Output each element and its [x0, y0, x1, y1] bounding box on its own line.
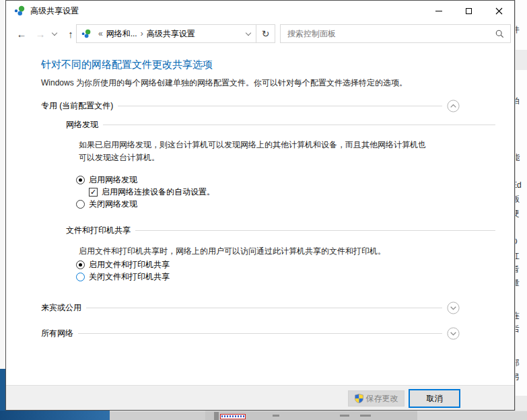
- chevron-down-icon: [246, 30, 251, 35]
- radio-unselected-icon[interactable]: [76, 273, 85, 281]
- save-changes-button[interactable]: 保存更改: [348, 390, 405, 407]
- clipped-text-fragment: 后: [516, 324, 520, 335]
- background-toolbar-fragment: [516, 50, 527, 70]
- minimize-button[interactable]: [423, 1, 454, 21]
- background-window-fragment: [417, 411, 527, 420]
- radio-label[interactable]: 关闭网络发现: [89, 199, 137, 210]
- text-fragment: [340, 415, 349, 417]
- back-button[interactable]: ←: [13, 21, 30, 46]
- background-window-fragment: [214, 412, 219, 420]
- collapse-private-section-button[interactable]: [447, 100, 460, 112]
- clipped-text-fragment: 红: [516, 250, 520, 262]
- section-all-networks-header: 所有网络: [41, 326, 460, 340]
- clipped-text-fragment: 硬: [516, 208, 520, 219]
- divider: [78, 333, 442, 334]
- forward-button[interactable]: →: [32, 21, 49, 46]
- network-discovery-description: 如果已启用网络发现，则这台计算机可以发现网络上的其他计算机和设备，而且其他网络计…: [79, 139, 426, 164]
- radio-enable-file-printer-sharing[interactable]: 启用文件和打印机共享: [76, 260, 170, 270]
- search-box: [280, 24, 511, 43]
- subsection-network-discovery-header: 网络发现: [66, 119, 500, 130]
- search-input[interactable]: [281, 29, 495, 38]
- chevron-down-circle-icon: [447, 302, 460, 314]
- radio-label[interactable]: 关闭文件和打印机共享: [89, 271, 170, 283]
- background-desktop-sliver-left: [0, 0, 5, 420]
- breadcrumb-parent[interactable]: 网络和...: [106, 28, 137, 40]
- minimize-icon: [435, 11, 442, 11]
- divider: [118, 106, 442, 106]
- checkbox-checked-icon[interactable]: ✓: [89, 188, 98, 197]
- clipped-text-fragment: 件: [516, 24, 520, 36]
- address-dropdown-button[interactable]: [241, 25, 256, 42]
- expand-guest-public-section-button[interactable]: [447, 302, 460, 314]
- description-line: 如果已启用网络发现，则这台计算机可以发现网络上的其他计算机和设备，而且其他网络计…: [79, 139, 426, 151]
- radio-enable-network-discovery[interactable]: 启用网络发现: [76, 175, 137, 185]
- clipped-text-fragment: 拍: [516, 96, 520, 107]
- divider: [103, 125, 495, 125]
- radio-label[interactable]: 启用文件和打印机共享: [89, 259, 170, 271]
- network-location-icon: [81, 29, 91, 38]
- chevron-down-icon: [52, 30, 57, 35]
- network-app-icon: [14, 5, 25, 16]
- close-icon: [495, 7, 503, 15]
- radio-selected-icon[interactable]: [76, 176, 85, 184]
- page-title: 针对不同的网络配置文件更改共享选项: [41, 59, 213, 71]
- titlebar[interactable]: 高级共享设置: [6, 1, 514, 21]
- clipped-text-fragment: 能: [516, 152, 520, 164]
- description-line: 可以发现这台计算机。: [79, 151, 426, 164]
- highlighted-cell-fragment: [220, 414, 246, 419]
- desktop-wallpaper-fragment: [0, 411, 110, 420]
- clipped-text-fragment: 版: [516, 194, 520, 205]
- text-fragment: [273, 415, 279, 417]
- uac-shield-icon: [355, 394, 363, 403]
- clipped-text-fragment: 部: [516, 357, 520, 369]
- advanced-sharing-settings-window: 高级共享设置 ← → ↑ « 网络和... ›: [5, 0, 515, 411]
- breadcrumb-separator: ›: [141, 29, 143, 38]
- expand-all-networks-section-button[interactable]: [447, 327, 460, 340]
- breadcrumb-overflow-chevrons[interactable]: «: [98, 29, 103, 38]
- radio-disable-file-printer-sharing[interactable]: 关闭文件和打印机共享: [76, 272, 170, 282]
- maximize-button[interactable]: [454, 1, 484, 21]
- clipped-text-fragment: 连: [516, 310, 520, 322]
- clipped-text-fragment: Ed: [516, 180, 522, 190]
- save-changes-label: 保存更改: [366, 393, 398, 405]
- window-title: 高级共享设置: [30, 5, 79, 17]
- cancel-button[interactable]: 取消: [409, 389, 460, 408]
- section-private-header: 专用 (当前配置文件): [41, 99, 460, 112]
- page-description: Windows 为你所使用的每个网络创建单独的网络配置文件。你可以针对每个配置文…: [41, 77, 407, 89]
- address-bar[interactable]: « 网络和... › 高级共享设置 ↻: [76, 24, 275, 43]
- clipped-text-fragment: 另: [516, 372, 520, 383]
- window-controls: [423, 1, 514, 21]
- clipped-text-fragment: 看: [516, 264, 520, 275]
- subsection-file-printer-sharing-header: 文件和打印机共享: [66, 225, 500, 236]
- refresh-button[interactable]: ↻: [256, 25, 275, 42]
- breadcrumb-current[interactable]: 高级共享设置: [147, 28, 195, 40]
- search-icon: [495, 30, 504, 38]
- background-window-fragment: [110, 411, 205, 420]
- background-window-sliver: 件拍能Ed版硬D红看量连后部另: [516, 0, 527, 420]
- chevron-up-circle-icon: [447, 100, 460, 112]
- checkbox-label[interactable]: 启用网络连接设备的自动设置。: [102, 186, 215, 198]
- section-all-networks-label: 所有网络: [41, 328, 73, 339]
- chevron-down-circle-icon: [447, 327, 460, 340]
- maximize-icon: [466, 8, 472, 14]
- divider: [135, 230, 495, 231]
- section-guest-public-label: 来宾或公用: [41, 302, 81, 314]
- section-guest-public-header: 来宾或公用: [41, 301, 460, 314]
- navigation-toolbar: ← → ↑ « 网络和... › 高级共享设置 ↻: [6, 21, 514, 46]
- section-private-label: 专用 (当前配置文件): [41, 100, 113, 112]
- checkbox-auto-setup-network-devices[interactable]: ✓ 启用网络连接设备的自动设置。: [89, 187, 215, 197]
- radio-label[interactable]: 启用网络发现: [89, 174, 137, 186]
- radio-selected-icon[interactable]: [76, 260, 85, 269]
- clipped-text-fragment: 量: [516, 277, 520, 289]
- subsection-file-printer-sharing-label: 文件和打印机共享: [66, 225, 131, 236]
- cancel-label: 取消: [427, 393, 443, 405]
- file-printer-sharing-description: 启用文件和打印机共享时，网络上的用户可以访问通过此计算机共享的文件和打印机。: [79, 245, 386, 258]
- recent-pages-dropdown[interactable]: [49, 21, 60, 46]
- subsection-network-discovery-label: 网络发现: [66, 119, 98, 131]
- radio-unselected-icon[interactable]: [76, 200, 85, 209]
- radio-disable-network-discovery[interactable]: 关闭网络发现: [76, 199, 137, 209]
- close-button[interactable]: [484, 1, 514, 21]
- divider: [86, 308, 442, 308]
- background-bottom-strip: [0, 411, 527, 420]
- text-fragment: [360, 415, 371, 417]
